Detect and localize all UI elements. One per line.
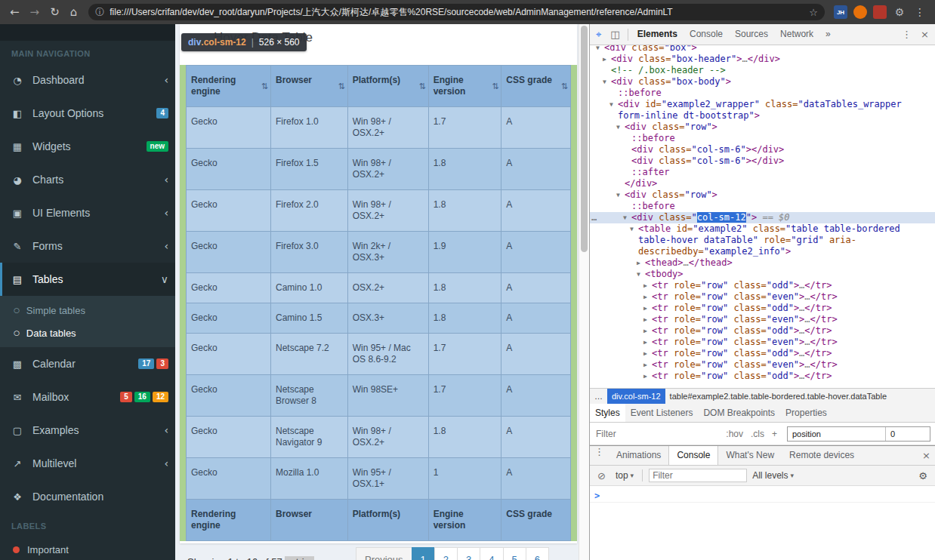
- table-row[interactable]: GeckoFirefox 3.0Win 2k+ / OSX.3+1.9A: [187, 232, 571, 273]
- devtools-tab-network[interactable]: Network: [774, 24, 819, 45]
- collapse-arrow-icon[interactable]: ▶: [643, 337, 652, 348]
- tree-node[interactable]: ▶<tr role="row" class="odd">…</tr>: [590, 280, 935, 291]
- console-filter-input[interactable]: [649, 469, 747, 482]
- table-row[interactable]: GeckoFirefox 1.5Win 98+ / OSX.2+1.8A: [187, 149, 571, 190]
- breadcrumb-item[interactable]: div.col-sm-12: [607, 389, 665, 405]
- expand-arrow-icon[interactable]: ▼: [623, 212, 631, 223]
- tree-node[interactable]: ▼<div class="row">: [590, 189, 935, 201]
- expand-arrow-icon[interactable]: ▼: [616, 189, 625, 201]
- style-property[interactable]: position: [788, 427, 886, 441]
- tree-node[interactable]: ▼<div class="box-body">: [590, 76, 935, 88]
- drawer-tab-animations[interactable]: Animations: [609, 446, 668, 465]
- bookmark-star-icon[interactable]: ☆: [809, 7, 818, 18]
- tree-node[interactable]: ▶<div class="box-header">…</div>: [590, 54, 935, 65]
- console-prompt[interactable]: >: [590, 486, 935, 503]
- sidebar-item-tables[interactable]: ▤Tables∨: [0, 263, 175, 296]
- sidebar-label-important[interactable]: Important: [0, 536, 175, 560]
- console-settings-icon[interactable]: ⚙: [914, 470, 932, 482]
- table-row[interactable]: GeckoCamino 1.0OSX.2+1.8A: [187, 273, 571, 303]
- expand-arrow-icon[interactable]: ▼: [603, 76, 611, 88]
- tree-node[interactable]: ::before: [590, 88, 935, 99]
- extension-jh-icon[interactable]: JH: [834, 5, 847, 19]
- sidebar-item-widgets[interactable]: ▦Widgetsnew: [0, 130, 175, 163]
- device-toolbar-icon[interactable]: ◫: [606, 29, 624, 40]
- tree-node[interactable]: ▼<div class="box">: [590, 45, 935, 54]
- styles-tab-dom-breakpoints[interactable]: DOM Breakpoints: [698, 404, 780, 422]
- breadcrumb-item[interactable]: …: [590, 389, 607, 405]
- collapse-arrow-icon[interactable]: ▶: [643, 371, 652, 382]
- back-icon[interactable]: ←: [10, 5, 20, 19]
- tree-node[interactable]: <!-- /.box-header -->: [590, 65, 935, 76]
- styles-tab-styles[interactable]: Styles: [590, 404, 625, 422]
- tree-node[interactable]: <div class="col-sm-6"></div>: [590, 155, 935, 167]
- tree-node[interactable]: ▶<tr role="row" class="even">…</tr>: [590, 314, 935, 325]
- sidebar-item-documentation[interactable]: ❖Documentation: [0, 480, 175, 513]
- expand-arrow-icon[interactable]: ▼: [596, 45, 604, 54]
- home-icon[interactable]: ⌂: [70, 5, 78, 19]
- tree-node[interactable]: <div class="col-sm-6"></div>: [590, 144, 935, 155]
- drawer-tab-console[interactable]: Console: [668, 446, 718, 465]
- tree-node[interactable]: ▼<tbody>: [590, 269, 935, 280]
- styles-toggle-cls[interactable]: .cls: [751, 429, 764, 439]
- console-levels-dropdown[interactable]: All levels ▾: [750, 470, 796, 481]
- console-context-dropdown[interactable]: top ▾: [613, 470, 636, 481]
- table-row[interactable]: GeckoMozilla 1.0Win 95+ / OSX.1+1A: [187, 458, 571, 500]
- page-button-4[interactable]: 4: [480, 547, 503, 560]
- extension-gear-icon[interactable]: ⚙: [893, 5, 906, 19]
- expand-arrow-icon[interactable]: ▼: [616, 122, 625, 133]
- collapse-arrow-icon[interactable]: ▶: [637, 257, 645, 269]
- column-header-browser[interactable]: Browser⇅: [270, 66, 347, 107]
- page-button-6[interactable]: 6: [526, 547, 549, 560]
- drawer-tab-what-s-new[interactable]: What's New: [718, 446, 782, 465]
- page-button-2[interactable]: 2: [434, 547, 458, 560]
- page-button-1[interactable]: 1: [412, 547, 435, 560]
- tree-node[interactable]: ▶<tr role="row" class="odd">…</tr>: [590, 325, 935, 337]
- breadcrumb-item[interactable]: table#example2.table.table-bordered.tabl…: [665, 389, 891, 405]
- sidebar-item-examples[interactable]: ▢Examples‹: [0, 414, 175, 447]
- devtools-menu-icon[interactable]: ⋮: [897, 29, 916, 40]
- browser-menu-icon[interactable]: ⋮: [915, 6, 925, 18]
- column-header-engine-version[interactable]: Engine version⇅: [428, 66, 501, 107]
- styles-tab-properties[interactable]: Properties: [780, 404, 832, 422]
- page-button-3[interactable]: 3: [457, 547, 480, 560]
- table-row[interactable]: GeckoNetscape Navigator 9Win 98+ / OSX.2…: [187, 417, 571, 458]
- collapse-arrow-icon[interactable]: ▶: [603, 54, 611, 65]
- inspect-element-icon[interactable]: ⌖: [591, 29, 606, 41]
- tree-node[interactable]: ▼<table id="example2" class="table table…: [590, 223, 935, 257]
- devtools-tab-sources[interactable]: Sources: [729, 24, 774, 45]
- extension-red-icon[interactable]: [873, 5, 887, 19]
- collapse-arrow-icon[interactable]: ▶: [643, 291, 652, 303]
- page-scrollbar[interactable]: [579, 24, 589, 560]
- sidebar-item-multilevel[interactable]: ↗Multilevel‹: [0, 447, 175, 480]
- table-row[interactable]: GeckoNetscape 7.2Win 95+ / Mac OS 8.6-9.…: [187, 334, 571, 375]
- console-clear-icon[interactable]: ⊘: [593, 470, 610, 482]
- drawer-tab-remote-devices[interactable]: Remote devices: [782, 446, 862, 465]
- devtools-tabs-overflow-icon[interactable]: »: [819, 24, 837, 45]
- collapse-arrow-icon[interactable]: ▶: [643, 325, 652, 337]
- tree-node[interactable]: ▶<tr role="row" class="odd">…</tr>: [590, 303, 935, 314]
- collapse-arrow-icon[interactable]: ▶: [643, 303, 652, 314]
- tree-node[interactable]: ▶<tr role="row" class="odd">…</tr>: [590, 371, 935, 382]
- style-value[interactable]: 0: [886, 427, 930, 441]
- devtools-tab-console[interactable]: Console: [684, 24, 729, 45]
- sidebar-item-calendar[interactable]: ▩Calendar173: [0, 347, 175, 380]
- tree-node[interactable]: </div>: [590, 178, 935, 189]
- table-row[interactable]: GeckoFirefox 2.0Win 98+ / OSX.2+1.8A: [187, 190, 571, 232]
- tree-node[interactable]: ▶<tr role="row" class="odd">…</tr>: [590, 348, 935, 359]
- reload-icon[interactable]: ↻: [50, 5, 60, 19]
- sidebar-item-ui-elements[interactable]: ▣UI Elements‹: [0, 196, 175, 229]
- styles-toggle-[interactable]: +: [772, 429, 777, 439]
- tree-node[interactable]: ▶<thead>…</thead>: [590, 257, 935, 269]
- sidebar-item-forms[interactable]: ✎Forms‹: [0, 229, 175, 263]
- tree-node[interactable]: …▼<div class="col-sm-12"> == $0: [590, 212, 935, 223]
- devtools-close-icon[interactable]: ×: [916, 29, 933, 40]
- expand-arrow-icon[interactable]: ▼: [637, 269, 645, 280]
- sidebar-item-dashboard[interactable]: ◔Dashboard‹: [0, 63, 175, 97]
- sidebar-subitem-simple-tables[interactable]: ○Simple tables: [0, 299, 175, 322]
- extension-orange-icon[interactable]: [853, 5, 867, 19]
- sidebar-item-mailbox[interactable]: ✉Mailbox51612: [0, 380, 175, 414]
- tree-node[interactable]: ▼<div class="row">: [590, 122, 935, 133]
- table-row[interactable]: GeckoCamino 1.5OSX.3+1.8A: [187, 303, 571, 334]
- drawer-close-icon[interactable]: ×: [918, 446, 935, 465]
- previous-page-button[interactable]: Previous: [356, 547, 412, 560]
